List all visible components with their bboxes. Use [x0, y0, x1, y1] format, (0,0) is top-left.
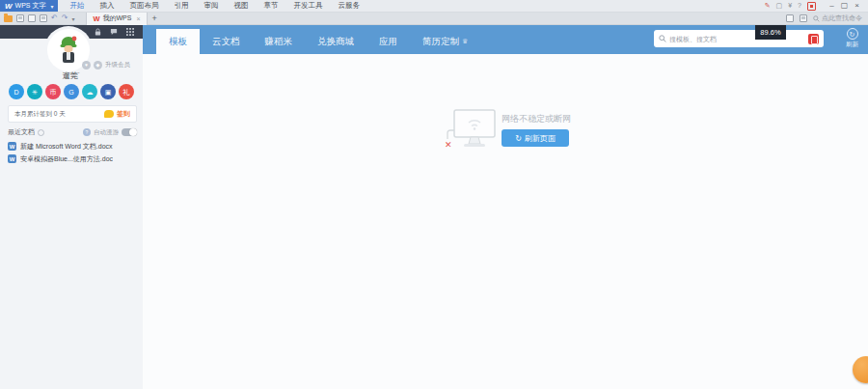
auto-roam-toggle[interactable]: [122, 128, 137, 136]
service-icon-row: D ✳ 币 G ☁ ▣ 礼: [0, 84, 143, 99]
service-icon-badge[interactable]: ✳: [27, 84, 42, 99]
rice-currency-icon[interactable]: ¥: [788, 0, 792, 12]
main-panel: 模板 云文档 赚稻米 兑换商城 应用 简历定制 ♛ 89.6% ↻ 刷新: [143, 25, 868, 389]
tab-templates[interactable]: 模板: [156, 29, 200, 54]
tab-label: 我的WPS: [103, 14, 132, 23]
titlebar-right: ✎ ▢ ¥ ? – ▢ ×: [765, 0, 868, 12]
toolbar-chevron-down-icon[interactable]: ▾: [71, 15, 74, 22]
app-logo[interactable]: W WPS 文字 ▾: [0, 0, 58, 12]
file-name: 安卓模拟器Blue...使用方法.doc: [20, 154, 113, 164]
redo-icon[interactable]: ↷: [62, 14, 68, 23]
quick-toolbar-row: ↶ ↷ ▾ W 我的WPS × + 点此查找命令: [0, 13, 868, 25]
wps-logo-icon: W: [5, 2, 13, 11]
save-icon[interactable]: [16, 14, 24, 22]
menu-section[interactable]: 章节: [256, 0, 285, 12]
menu-insert[interactable]: 插入: [92, 0, 122, 12]
auto-roam-control: ? 自动漫游: [83, 128, 137, 137]
promo-gift-icon[interactable]: [807, 2, 816, 11]
apps-grid-icon[interactable]: [126, 28, 134, 36]
menu-review[interactable]: 审阅: [196, 0, 226, 12]
error-x-mark: ✕: [445, 140, 452, 150]
find-command-label: 点此查找命令: [822, 14, 862, 23]
word-doc-icon: W: [8, 142, 16, 151]
service-icon-gift[interactable]: 礼: [119, 84, 134, 99]
minimize-button[interactable]: –: [826, 0, 838, 12]
search-box[interactable]: [654, 30, 824, 47]
print-icon[interactable]: [28, 14, 36, 22]
app-title: WPS 文字: [15, 1, 46, 11]
tab-my-wps[interactable]: W 我的WPS ×: [86, 13, 147, 25]
search-icon: [813, 15, 820, 22]
tab-exchange-mall[interactable]: 兑换商城: [305, 29, 366, 54]
offline-message: 网络不稳定或断网: [502, 113, 571, 125]
word-doc-icon: W: [8, 154, 16, 163]
service-icon-rice-coin[interactable]: 币: [45, 84, 61, 99]
layout-switch-icon[interactable]: [800, 14, 807, 22]
heart-icon[interactable]: ♥: [82, 61, 91, 69]
auto-roam-label: 自动漫游: [94, 128, 119, 137]
service-icon-cloud[interactable]: ☁: [82, 84, 97, 99]
refresh-page-button[interactable]: ↻ 刷新页面: [502, 129, 569, 147]
page-refresh-widget[interactable]: ↻ 刷新: [846, 28, 858, 49]
service-icon-g[interactable]: G: [64, 84, 79, 99]
category-tabs: 模板 云文档 赚稻米 兑换商城 应用 简历定制 ♛: [156, 29, 480, 54]
open-folder-icon[interactable]: [4, 15, 13, 22]
signin-box: 本月累计签到 0 天 签到: [8, 105, 137, 123]
tab-resume-label: 简历定制: [422, 36, 459, 48]
menu-references[interactable]: 引用: [166, 0, 196, 12]
ink-pen-icon[interactable]: ✎: [765, 0, 771, 12]
menu-view[interactable]: 视图: [226, 0, 256, 12]
service-icon-workspace[interactable]: ▣: [100, 84, 116, 99]
skin-icon[interactable]: [786, 14, 794, 22]
signin-button[interactable]: 签到: [117, 109, 130, 119]
roam-info-icon[interactable]: ?: [83, 128, 91, 136]
recent-docs-header: 最近文档 ? 自动漫游: [8, 127, 137, 137]
refresh-icon: ↻: [515, 134, 522, 143]
menu-dev-tools[interactable]: 开发工具: [285, 0, 330, 12]
list-item[interactable]: W 安卓模拟器Blue...使用方法.doc: [8, 153, 139, 165]
window-controls: – ▢ ×: [826, 0, 863, 12]
recent-file-list: W 新建 Microsoft Word 文档.docx W 安卓模拟器Blue.…: [8, 140, 139, 165]
window-body: ♥ ◆ 升级会员 遛莞˙ D ✳ 币 G ☁ ▣ 礼 本月累计签到 0 天 签到…: [0, 25, 868, 389]
menu-home[interactable]: 开始: [62, 0, 92, 12]
toolbar-right: 点此查找命令: [786, 14, 868, 23]
offline-monitor-illustration: ✕: [445, 107, 501, 153]
diamond-member-icon[interactable]: ◆: [94, 61, 102, 69]
username: 遛莞˙: [0, 70, 143, 81]
lock-icon[interactable]: [95, 28, 101, 36]
print-preview-icon[interactable]: [40, 14, 47, 22]
avatar-character: [56, 35, 81, 66]
profile-sidebar: ♥ ◆ 升级会员 遛莞˙ D ✳ 币 G ☁ ▣ 礼 本月累计签到 0 天 签到…: [0, 25, 143, 389]
tab-close-icon[interactable]: ×: [136, 15, 140, 22]
chevron-down-icon[interactable]: ▾: [50, 3, 53, 10]
zoom-level-badge: 89.6%: [755, 25, 786, 40]
restore-button[interactable]: ▢: [838, 0, 851, 12]
upgrade-member-link[interactable]: 升级会员: [105, 61, 130, 69]
hot-activity-icon[interactable]: [808, 34, 819, 44]
search-icon: [659, 35, 666, 42]
category-header: 模板 云文档 赚稻米 兑换商城 应用 简历定制 ♛ 89.6% ↻ 刷新: [143, 25, 868, 54]
tab-cloud-docs[interactable]: 云文档: [200, 29, 253, 54]
list-item[interactable]: W 新建 Microsoft Word 文档.docx: [8, 140, 139, 153]
menu-cloud-service[interactable]: 云服务: [330, 0, 367, 12]
menu-page-layout[interactable]: 页面布局: [122, 0, 166, 12]
tab-apps[interactable]: 应用: [366, 29, 410, 54]
title-bar: W WPS 文字 ▾ 开始 插入 页面布局 引用 审阅 视图 章节 开发工具 云…: [0, 0, 868, 13]
wps-tab-icon: W: [93, 14, 99, 23]
help-icon[interactable]: ?: [798, 0, 801, 12]
tab-earn-rice[interactable]: 赚稻米: [253, 29, 306, 54]
new-tab-button[interactable]: +: [148, 13, 162, 24]
recent-docs-title: 最近文档: [8, 127, 35, 137]
menu-bar: 开始 插入 页面布局 引用 审阅 视图 章节 开发工具 云服务: [62, 0, 367, 12]
window-box-icon[interactable]: ▢: [776, 0, 783, 12]
membership-row: ♥ ◆ 升级会员: [82, 61, 130, 69]
tab-resume-custom[interactable]: 简历定制 ♛: [410, 29, 480, 54]
undo-icon[interactable]: ↶: [51, 14, 58, 23]
service-icon-docer[interactable]: D: [9, 84, 24, 99]
crown-icon: ♛: [462, 38, 468, 45]
find-command[interactable]: 点此查找命令: [813, 14, 862, 23]
history-ring-icon[interactable]: [38, 129, 44, 136]
quick-access-toolbar: ↶ ↷ ▾: [0, 14, 74, 23]
close-button[interactable]: ×: [851, 0, 863, 12]
chat-icon[interactable]: [110, 28, 118, 36]
